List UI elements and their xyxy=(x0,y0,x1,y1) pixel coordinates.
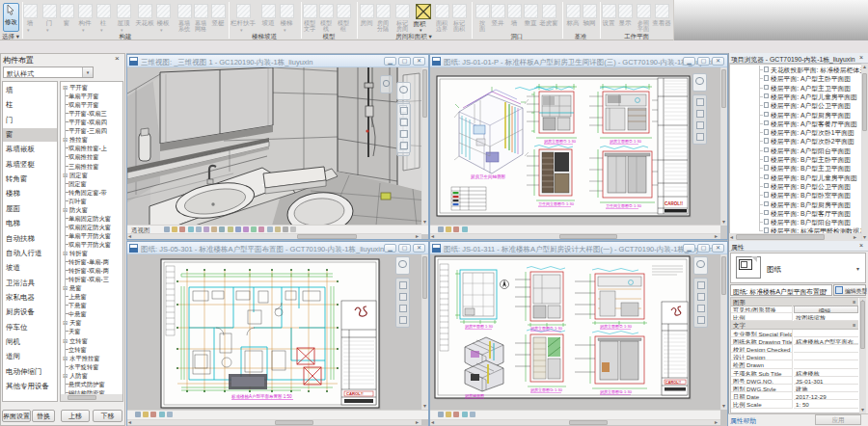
svg-text:厨房立面图② 1:30: 厨房立面图② 1:30 xyxy=(610,139,642,144)
svg-text:厨房轴测图: 厨房轴测图 xyxy=(465,393,484,398)
svg-text:厨房立面图① 1:30: 厨房立面图① 1:30 xyxy=(544,139,577,144)
svg-text:厨房立面图① 1:30: 厨房立面图① 1:30 xyxy=(530,326,563,331)
svg-text:标准楼栋A户型平面布置图 1:50: 标准楼栋A户型平面布置图 1:50 xyxy=(231,393,292,400)
svg-text:厨房平面图 1:30: 厨房平面图 1:30 xyxy=(465,324,494,329)
svg-text:CAROL!!: CAROL!! xyxy=(665,381,681,385)
svg-text:卫生间立面图② 1:30: 卫生间立面图② 1:30 xyxy=(606,203,642,209)
svg-text:厨房立面图③ 1:30: 厨房立面图③ 1:30 xyxy=(530,387,563,392)
svg-text:CAROL!!: CAROL!! xyxy=(346,391,364,396)
svg-text:厨房立面图④ 1:30: 厨房立面图④ 1:30 xyxy=(600,389,633,394)
svg-text:厨房立面图② 1:30: 厨房立面图② 1:30 xyxy=(600,324,633,329)
svg-text:CAROL!!: CAROL!! xyxy=(665,201,683,206)
svg-text:卫生间立面图① 1:30: 卫生间立面图① 1:30 xyxy=(538,201,575,207)
